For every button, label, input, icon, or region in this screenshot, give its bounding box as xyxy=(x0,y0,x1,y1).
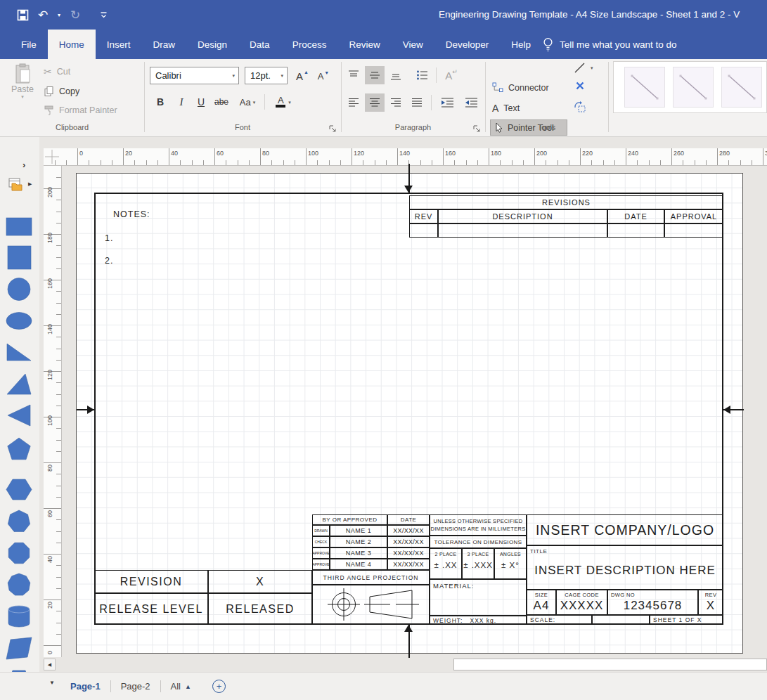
release-level-table[interactable]: REVISIONXRELEASE LEVELRELEASED xyxy=(94,570,312,625)
shape-nonagon[interactable] xyxy=(5,572,33,597)
tab-draw[interactable]: Draw xyxy=(142,30,187,59)
align-middle-button[interactable] xyxy=(365,66,385,84)
shape-hexagon[interactable] xyxy=(5,477,33,503)
line-tool-button[interactable]: ▾ xyxy=(574,62,593,74)
release-label-cell[interactable]: REVISION xyxy=(94,570,208,593)
approval-date[interactable]: XX/XX/XX xyxy=(387,536,430,547)
expand-shapes-panel-icon[interactable]: › xyxy=(22,160,25,170)
release-label-cell[interactable]: RELEASE LEVEL xyxy=(94,593,208,625)
stencil-scroll-down-icon[interactable]: ▼ xyxy=(49,680,55,686)
revisions-empty-cell[interactable] xyxy=(438,223,607,238)
paragraph-dialog-launcher-icon[interactable] xyxy=(472,124,482,134)
release-value-cell[interactable]: RELEASED xyxy=(208,593,312,625)
all-pages-button[interactable]: All▲ xyxy=(161,681,201,692)
undo-button[interactable]: ↶ xyxy=(38,0,48,30)
drawing-page[interactable]: NOTES: 1.2. REVISIONS REVDESCRIPTIONDATE… xyxy=(76,173,743,654)
tab-review[interactable]: Review xyxy=(337,30,391,59)
undo-dropdown[interactable]: ▾ xyxy=(58,0,60,30)
align-bottom-button[interactable] xyxy=(386,66,406,84)
add-page-button[interactable]: + xyxy=(212,680,226,693)
approval-date[interactable]: XX/XX/XX xyxy=(387,525,430,536)
connector-button[interactable]: Connector xyxy=(492,82,549,93)
increase-indent-button[interactable] xyxy=(460,93,482,112)
approval-date[interactable]: XX/XX/XX xyxy=(387,559,430,570)
approval-name[interactable]: NAME 3 xyxy=(330,547,387,559)
shape-square[interactable] xyxy=(5,245,33,271)
font-dialog-launcher-icon[interactable] xyxy=(328,124,337,134)
shrink-font-button[interactable]: A▼ xyxy=(314,67,333,85)
justify-button[interactable] xyxy=(407,93,427,112)
scroll-left-button[interactable]: ◀ xyxy=(44,659,56,670)
paste-button[interactable]: Paste ▾ xyxy=(6,63,39,119)
align-right-button[interactable] xyxy=(386,93,406,112)
redo-button[interactable]: ↻ xyxy=(70,0,80,30)
strikethrough-button[interactable]: abe xyxy=(211,93,232,111)
font-color-button[interactable]: A ▾ xyxy=(271,93,295,111)
company-block[interactable]: INSERT COMPANY/LOGO TITLE INSERT DESCRIP… xyxy=(527,514,723,625)
change-case-button[interactable]: Aa▾ xyxy=(235,93,260,111)
cut-button[interactable]: ✂ Cut xyxy=(44,66,70,77)
approval-name[interactable]: NAME 2 xyxy=(330,536,387,547)
font-family-select[interactable]: Calibri▾ xyxy=(150,67,239,84)
tab-insert[interactable]: Insert xyxy=(96,30,142,59)
shape-style-thumb-1[interactable] xyxy=(624,67,665,108)
delete-connector-button[interactable] xyxy=(575,81,585,91)
notes-title[interactable]: NOTES: xyxy=(113,209,150,219)
shape-style-thumb-3[interactable] xyxy=(721,67,762,108)
tab-help[interactable]: Help xyxy=(500,30,542,59)
tolerance-block[interactable]: UNLESS OTHERWISE SPECIFIED DIMENSIONS AR… xyxy=(430,514,527,625)
shape-left-triangle[interactable] xyxy=(5,403,33,429)
revisions-empty-cell[interactable] xyxy=(664,223,723,238)
align-top-button[interactable] xyxy=(344,66,363,84)
bold-button[interactable]: B xyxy=(150,93,170,111)
shape-style-thumb-2[interactable] xyxy=(673,67,714,108)
tab-developer[interactable]: Developer xyxy=(434,30,501,59)
align-center-button[interactable] xyxy=(365,93,385,112)
note-item[interactable]: 2. xyxy=(105,256,113,266)
format-painter-button[interactable]: Format Painter xyxy=(44,105,117,115)
grow-font-button[interactable]: A▲ xyxy=(292,67,312,85)
shape-ellipse[interactable] xyxy=(5,309,33,334)
align-left-button[interactable] xyxy=(344,93,363,112)
shape-triangle[interactable] xyxy=(5,372,33,397)
bullets-button[interactable] xyxy=(412,66,432,84)
font-size-select[interactable]: 12pt.▾ xyxy=(245,67,288,84)
rotate-text-button[interactable]: A↵ xyxy=(441,66,461,84)
tab-home[interactable]: Home xyxy=(48,30,96,59)
tab-data[interactable]: Data xyxy=(238,30,281,59)
rotate-shape-button[interactable] xyxy=(574,101,586,113)
shape-parallelogram[interactable] xyxy=(5,635,33,661)
tab-view[interactable]: View xyxy=(392,30,434,59)
revisions-empty-cell[interactable] xyxy=(607,223,664,238)
stencil-button[interactable] xyxy=(8,178,25,192)
shape-octagon[interactable] xyxy=(5,540,33,566)
shape-rectangle[interactable] xyxy=(5,214,33,239)
drawing-canvas[interactable]: 0204060801001201401601802002202402602803… xyxy=(39,137,767,658)
decrease-indent-button[interactable] xyxy=(436,93,458,112)
save-button[interactable] xyxy=(17,0,29,30)
approval-name[interactable]: NAME 1 xyxy=(330,525,387,536)
page-tab-page-1[interactable]: Page-1 xyxy=(60,673,110,700)
shape-heptagon[interactable] xyxy=(5,509,33,534)
approval-name[interactable]: NAME 4 xyxy=(330,559,387,570)
copy-button[interactable]: Copy xyxy=(44,86,79,97)
shape-right-triangle[interactable] xyxy=(5,340,33,365)
tab-process[interactable]: Process xyxy=(281,30,338,59)
underline-button[interactable]: U xyxy=(191,93,211,111)
revisions-table[interactable]: REVISIONS REVDESCRIPTIONDATEAPPROVAL xyxy=(409,195,723,238)
shape-pentagon[interactable] xyxy=(5,437,33,462)
release-value-cell[interactable]: X xyxy=(208,570,312,593)
text-tool-button[interactable]: A Text xyxy=(492,103,520,114)
horizontal-scrollbar[interactable]: ◀ xyxy=(39,658,767,672)
stencil-flyout-icon[interactable]: ▶ xyxy=(28,181,32,187)
tab-file[interactable]: File xyxy=(10,30,48,59)
scrollbar-thumb[interactable] xyxy=(453,659,767,670)
shape-circle[interactable] xyxy=(5,277,33,302)
third-angle-block[interactable]: THIRD ANGLE PROJECTION xyxy=(312,570,430,625)
approvals-table[interactable]: BY OR APPROVED DATE DRAWNNAME 1XX/XX/XXC… xyxy=(312,514,430,570)
approval-date[interactable]: XX/XX/XX xyxy=(387,547,430,559)
italic-button[interactable]: I xyxy=(172,93,191,111)
page-tab-page-2[interactable]: Page-2 xyxy=(111,673,160,700)
note-item[interactable]: 1. xyxy=(105,233,113,243)
shape-cylinder[interactable] xyxy=(5,604,33,629)
